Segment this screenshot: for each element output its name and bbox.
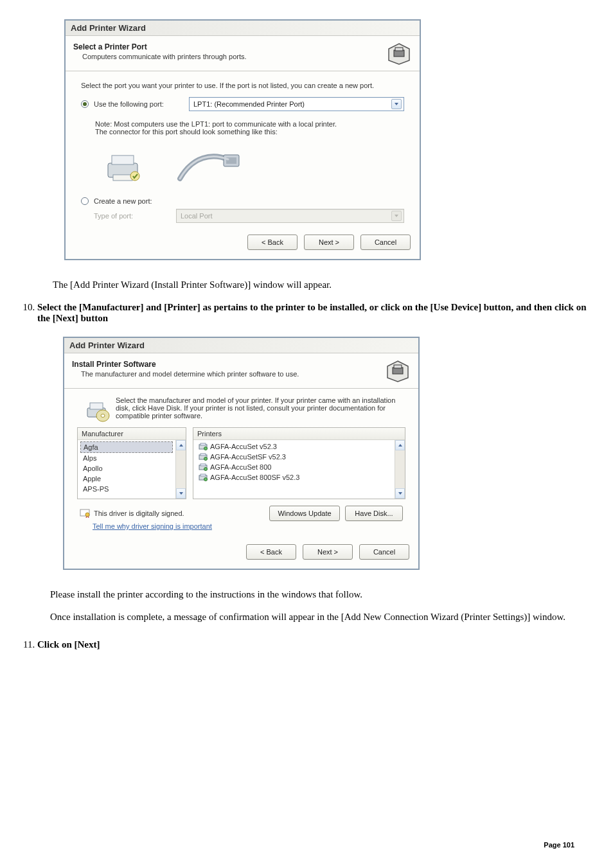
svg-point-15	[101, 414, 105, 418]
svg-rect-17	[200, 443, 206, 445]
list-item[interactable]: APS-PS	[80, 484, 173, 494]
note-line-2: The connector for this port should look …	[95, 128, 404, 136]
dialog-title: Add Printer Wizard	[64, 338, 418, 353]
caption-confirmation: Once installation is complete, a message…	[50, 612, 594, 623]
driver-signing-link[interactable]: Tell me why driver signing is important	[93, 522, 212, 530]
svg-rect-2	[395, 48, 403, 51]
scroll-down-icon[interactable]	[176, 488, 186, 499]
certificate-icon	[80, 509, 90, 518]
scroll-up-icon[interactable]	[395, 440, 405, 450]
have-disk-button[interactable]: Have Disk...	[345, 506, 403, 521]
scroll-down-icon[interactable]	[395, 488, 405, 499]
header-title: Select a Printer Port	[73, 42, 386, 51]
printer-item-icon	[199, 474, 208, 481]
port-select-value: LPT1: (Recommended Printer Port)	[193, 100, 305, 108]
printer-item-icon	[199, 453, 208, 461]
dialog-title: Add Printer Wizard	[66, 21, 420, 36]
svg-rect-4	[112, 155, 134, 164]
caption-after-dialog1: The [Add Printer Wizard (Install Printer…	[53, 279, 594, 290]
next-button[interactable]: Next >	[304, 235, 354, 250]
port-type-select: Local Port	[176, 209, 404, 223]
printer-illustration-icon	[103, 146, 148, 185]
list-item[interactable]: Apple	[80, 474, 173, 484]
cancel-button[interactable]: Cancel	[359, 544, 409, 560]
step-11-text: Click on [Next]	[37, 639, 100, 650]
header-title: Install Printer Software	[72, 360, 385, 369]
chevron-down-icon[interactable]	[391, 99, 402, 109]
create-new-port-radio[interactable]	[81, 197, 89, 205]
cancel-button[interactable]: Cancel	[360, 235, 411, 250]
svg-point-27	[204, 478, 208, 481]
svg-point-21	[204, 457, 208, 461]
type-of-port-label: Type of port:	[94, 212, 171, 220]
svg-rect-20	[200, 454, 206, 456]
manufacturer-list[interactable]: Manufacturer Agfa Alps Apollo Apple APS-…	[77, 427, 186, 499]
scrollbar[interactable]	[395, 440, 405, 499]
next-button[interactable]: Next >	[303, 544, 353, 560]
page-number: Page 101	[544, 841, 574, 849]
svg-point-24	[204, 468, 208, 471]
printer-item-icon	[199, 443, 208, 450]
signed-text: This driver is digitally signed.	[94, 509, 184, 517]
select-port-dialog: Add Printer Wizard Select a Printer Port…	[64, 19, 421, 260]
use-port-label: Use the following port:	[94, 100, 184, 108]
install-software-dialog: Add Printer Wizard Install Printer Softw…	[63, 337, 420, 570]
printers-header: Printers	[193, 428, 405, 440]
list-item[interactable]: Apollo	[80, 463, 173, 474]
dialog-header: Select a Printer Port Computers communic…	[66, 36, 420, 71]
header-subtitle: Computers communicate with printers thro…	[82, 53, 386, 60]
use-following-port-radio[interactable]	[81, 100, 89, 108]
printer-emblem-icon	[386, 42, 412, 66]
list-item[interactable]: AGFA-AccuSetSF v52.3	[196, 452, 392, 462]
back-button[interactable]: < Back	[247, 235, 298, 250]
svg-point-6	[130, 172, 139, 181]
step-10-text: Select the [Manufacturer] and [Printer] …	[37, 302, 587, 323]
manufacturer-header: Manufacturer	[78, 428, 186, 440]
svg-rect-5	[113, 175, 132, 181]
printer-item-icon	[199, 463, 208, 471]
create-port-label: Create a new port:	[94, 197, 152, 205]
scrollbar[interactable]	[175, 440, 186, 499]
svg-rect-26	[200, 474, 206, 476]
dialog-header: Install Printer Software The manufacture…	[64, 353, 418, 389]
list-item[interactable]: Alps	[80, 453, 173, 463]
connector-illustration-icon	[173, 143, 244, 188]
windows-update-button[interactable]: Windows Update	[269, 506, 340, 521]
port-select[interactable]: LPT1: (Recommended Printer Port)	[189, 97, 404, 111]
svg-rect-13	[90, 403, 103, 409]
instruction-text: Select the port you want your printer to…	[81, 82, 404, 89]
list-item[interactable]: AGFA-AccuSet v52.3	[196, 441, 392, 452]
svg-point-29	[85, 513, 89, 517]
scroll-up-icon[interactable]	[176, 440, 186, 450]
svg-rect-23	[200, 464, 206, 466]
svg-rect-11	[394, 365, 402, 368]
header-subtitle: The manufacturer and model determine whi…	[81, 370, 385, 378]
disk-printer-icon	[85, 396, 111, 422]
caption-install-instructions: Please install the printer according to …	[50, 589, 594, 600]
list-item[interactable]: AGFA-AccuSet 800	[196, 462, 392, 472]
list-item[interactable]: AGFA-AccuSet 800SF v52.3	[196, 472, 392, 483]
port-type-value: Local Port	[181, 212, 213, 220]
install-instruction-text: Select the manufacturer and model of you…	[116, 396, 398, 420]
chevron-down-icon	[391, 211, 402, 221]
list-item[interactable]: Agfa	[80, 441, 173, 453]
back-button[interactable]: < Back	[246, 544, 296, 560]
printer-emblem-icon	[385, 360, 411, 383]
note-line-1: Note: Most computers use the LPT1: port …	[95, 120, 404, 128]
svg-point-18	[204, 447, 208, 450]
printers-list[interactable]: Printers AGFA-AccuSet v52.3 AGFA-AccuSet…	[193, 427, 405, 499]
